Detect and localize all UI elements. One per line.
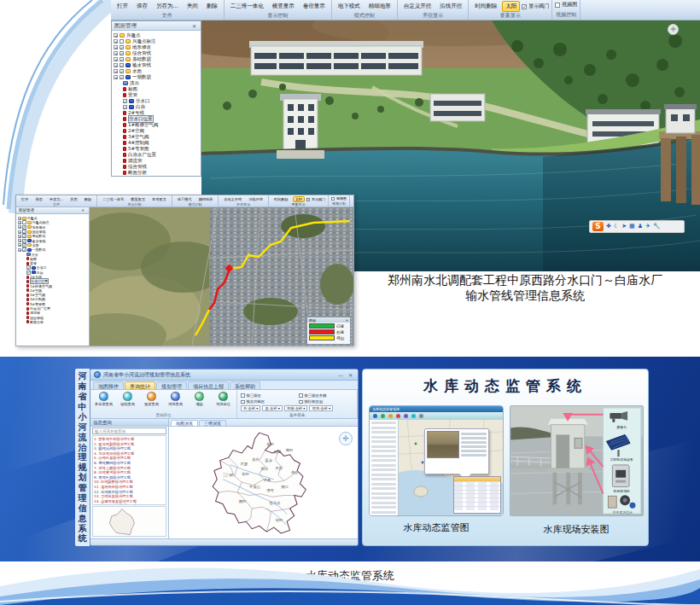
filter-select[interactable]: 市:全部 ▾ (241, 405, 260, 411)
toolbar-button[interactable]: 卷帘显示 (300, 1, 329, 12)
tree-row[interactable]: +✓水面 (114, 68, 201, 74)
toolbar-button[interactable]: 保存 (133, 1, 151, 12)
ribbon-tool-button[interactable]: 预警查询 (140, 391, 163, 412)
tree-row[interactable]: 断面分析 (114, 170, 201, 176)
toolbar-icon[interactable] (411, 414, 416, 418)
checkbox-icon[interactable] (299, 393, 303, 398)
tree-expander-icon[interactable]: + (18, 225, 21, 229)
ribbon-tool-button[interactable]: 绘制查询 (116, 391, 139, 412)
tree-row[interactable]: 2#号线 (114, 110, 201, 116)
toolbar-button[interactable]: 自定义开挖 (221, 196, 244, 202)
tree-expander-icon[interactable]: + (18, 248, 21, 252)
tree-expander-icon[interactable]: + (18, 235, 21, 238)
checkbox-icon[interactable] (555, 3, 560, 8)
checkbox-icon[interactable] (241, 393, 245, 398)
toolbar-button[interactable]: 二三维一体化 (100, 196, 126, 202)
map-compass-icon[interactable]: ✛ (339, 432, 353, 445)
toolbar-button[interactable]: 关闭 (184, 1, 201, 12)
toolbar-button[interactable]: 时间删除 (271, 196, 291, 202)
tree-row[interactable]: 综合管线 (114, 164, 201, 170)
legend-close-icon[interactable]: ✕ (346, 318, 348, 323)
checkbox-icon[interactable] (241, 400, 245, 404)
panel-close-icon[interactable]: ✕ (81, 208, 86, 212)
toolbar-button[interactable]: 二三维一体化 (227, 1, 267, 12)
ribbon-tool-button[interactable]: 河流定位 (212, 391, 235, 412)
nav-tool-icon[interactable]: ✚ (606, 222, 611, 231)
toolbar-button[interactable]: 沿线开挖 (436, 1, 465, 12)
toolbar-button[interactable]: 另存为... (47, 196, 67, 202)
tree-expander-icon[interactable]: + (18, 243, 21, 247)
tree-checkbox[interactable]: ✓ (120, 63, 124, 67)
tree-checkbox[interactable]: ✓ (120, 57, 124, 61)
tree-checkbox[interactable]: ✓ (120, 75, 124, 79)
toolbar-icon[interactable] (419, 414, 423, 418)
map-view-tab[interactable]: 三维浏览 (199, 420, 226, 426)
toolbar-button[interactable]: 太阳 (293, 196, 305, 202)
tree-row[interactable]: 调流管 (114, 158, 201, 164)
toolbar-icon[interactable] (381, 414, 385, 418)
filter-select[interactable]: 河流:全部 ▾ (309, 405, 333, 411)
toolbar-checkbox[interactable]: ✓显示阀门 (522, 3, 549, 10)
tree-expander-icon[interactable]: + (114, 39, 118, 44)
filter-select[interactable]: 流域:全部 ▾ (284, 405, 308, 411)
ribbon-tab[interactable]: 项目信息上报 (188, 381, 229, 389)
filter-checkbox[interactable]: 按三级区 (241, 393, 295, 398)
filter-checkbox[interactable]: 按三级区名称 (299, 393, 353, 398)
ribbon-tool-button[interactable]: 多边形查询 (92, 391, 115, 412)
tree-checkbox[interactable]: ✓ (120, 69, 124, 73)
tree-row[interactable]: 3#空气阀 (114, 134, 201, 140)
tree-expander-icon[interactable]: + (114, 33, 118, 38)
nav-tool-icon[interactable]: ➤ (621, 222, 627, 231)
toolbar-button[interactable]: 打开 (19, 196, 31, 202)
ribbon-tab[interactable]: 查询统计 (125, 381, 155, 389)
ribbon-tool-button[interactable]: 清除 (188, 391, 211, 412)
nav-tool-icon[interactable]: ▦ (629, 222, 635, 231)
toolbar-button[interactable]: 删除 (82, 196, 94, 202)
tree-row[interactable]: 分水口位置 (114, 116, 201, 122)
ribbon-tab[interactable]: 规划管理 (156, 381, 187, 389)
toolbar-button[interactable]: 太阳 (502, 1, 520, 12)
tree-checkbox[interactable]: ✓ (120, 45, 124, 49)
tree-row[interactable]: 竖管 (114, 92, 201, 98)
tree-row[interactable]: +兴趣点标注 (114, 38, 201, 44)
nav-tool-icon[interactable]: 🔧 (653, 222, 661, 231)
tree-row[interactable]: 5#弯管图 (114, 146, 201, 152)
tree-row[interactable]: +兴趣点 (114, 32, 201, 38)
toolbar-checkbox[interactable]: 视频图 (331, 196, 347, 201)
tree-expander-icon[interactable]: + (114, 69, 118, 73)
toolbar-button[interactable]: 横竖显示 (269, 1, 298, 12)
toolbar-button[interactable]: 精细地形 (195, 196, 215, 202)
tree-expander-icon[interactable]: + (18, 217, 21, 220)
web-app-map[interactable] (399, 420, 503, 516)
nav-tool-icon[interactable]: ☾ (614, 222, 619, 231)
toolbar-checkbox[interactable]: ✓显示阀门 (306, 197, 325, 201)
search-input[interactable]: 输入河流名称查询 (92, 428, 166, 434)
toolbar-checkbox[interactable]: 视频图 (555, 1, 577, 9)
toolbar-button[interactable]: 关闭 (67, 196, 79, 202)
window-control-icons[interactable]: — ✕ (338, 372, 354, 378)
ribbon-tab[interactable]: 地图操作 (93, 381, 124, 389)
tree-expander-icon[interactable]: + (18, 221, 21, 224)
toolbar-button[interactable]: 沿线开挖 (246, 196, 265, 202)
toolbar-button[interactable]: 时间删除 (471, 1, 500, 12)
tree-expander-icon[interactable]: + (114, 57, 118, 61)
tree-expander-icon[interactable]: + (18, 230, 21, 234)
checkbox-icon[interactable] (299, 400, 303, 404)
ribbon-tool-button[interactable]: 河流查询 (164, 391, 187, 412)
checkbox-icon[interactable]: ✓ (306, 198, 310, 201)
tree-row[interactable]: 标图 (114, 86, 201, 92)
tree-expander-icon[interactable]: + (114, 63, 118, 67)
panel-close-icon[interactable]: ✕ (192, 23, 198, 29)
app-logo-icon[interactable] (94, 371, 101, 378)
tree-row[interactable]: 2#空阀 (114, 128, 201, 134)
tree-expander-icon[interactable]: + (18, 239, 21, 242)
toolbar-icon[interactable] (388, 414, 393, 418)
toolbar-button[interactable]: 另存为... (153, 1, 182, 12)
toolbar-icon[interactable] (373, 414, 377, 418)
toolbar-button[interactable]: 自定义开挖 (400, 1, 435, 12)
tree-row[interactable]: ✓分水口 (114, 98, 201, 104)
toolbar-button[interactable]: 打开 (114, 1, 131, 12)
tree-row[interactable]: 演示 (114, 80, 201, 86)
tree-row[interactable]: +✓基础数据 (114, 56, 201, 62)
nav-tool-icon[interactable]: ✈ (645, 222, 650, 231)
